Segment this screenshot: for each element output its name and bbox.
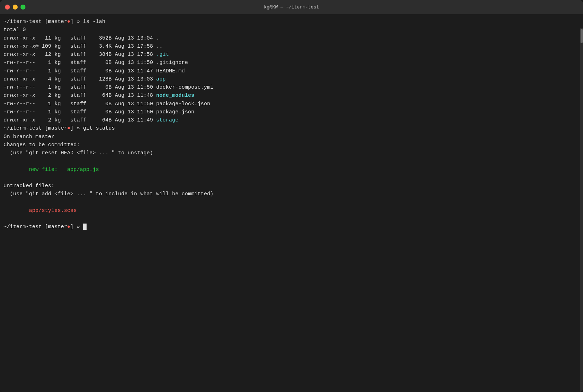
blank-line: [4, 174, 576, 182]
git-hint-unstage: (use "git reset HEAD <file> ... " to uns…: [4, 149, 576, 157]
blank-line: [4, 157, 576, 165]
list-item: -rw-r--r-- 1 kg staff 0B Aug 13 11:50 .g…: [4, 59, 576, 67]
cursor: [83, 224, 87, 230]
list-item: drwxr-xr-x 11 kg staff 352B Aug 13 13:04…: [4, 34, 576, 42]
prompt-line-3: ~/iterm-test [master●] »: [4, 223, 576, 231]
list-item: drwxr-xr-x 4 kg staff 128B Aug 13 13:03 …: [4, 75, 576, 83]
window-title: kg@KW — ~/iterm-test: [264, 5, 319, 10]
scrollbar-track[interactable]: [580, 28, 583, 392]
window-controls: [5, 5, 25, 10]
maximize-button[interactable]: [20, 5, 25, 10]
terminal-window: kg@KW — ~/iterm-test ~/iterm-test [maste…: [0, 0, 583, 392]
prompt-line-1: ~/iterm-test [master●] » ls -lah: [4, 18, 576, 26]
git-untracked-header: Untracked files:: [4, 182, 576, 190]
git-hint-include: (use "git add <file> ... " to include in…: [4, 190, 576, 198]
terminal-body[interactable]: ~/iterm-test [master●] » ls -lah total 0…: [0, 14, 583, 235]
titlebar: kg@KW — ~/iterm-test: [0, 0, 583, 14]
list-item: drwxr-xr-x 12 kg staff 384B Aug 13 17:58…: [4, 51, 576, 59]
list-item: -rw-r--r-- 1 kg staff 0B Aug 13 11:50 do…: [4, 83, 576, 91]
scrollbar-thumb[interactable]: [581, 29, 583, 43]
blank-line: [4, 215, 576, 223]
list-item: -rw-r--r-- 1 kg staff 0B Aug 13 11:47 RE…: [4, 67, 576, 75]
list-item: -rw-r--r-- 1 kg staff 0B Aug 13 11:50 pa…: [4, 108, 576, 116]
list-item: drwxr-xr-x 2 kg staff 64B Aug 13 11:49 s…: [4, 116, 576, 124]
git-untracked-file: app/styles.scss: [4, 207, 576, 215]
list-item: drwxr-xr-x@ 109 kg staff 3.4K Aug 13 17:…: [4, 42, 576, 51]
list-item: drwxr-xr-x 2 kg staff 64B Aug 13 11:48 n…: [4, 91, 576, 100]
close-button[interactable]: [5, 5, 10, 10]
list-item: -rw-r--r-- 1 kg staff 0B Aug 13 11:50 pa…: [4, 100, 576, 108]
git-new-file: new file: app/app.js: [4, 166, 576, 174]
prompt-line-2: ~/iterm-test [master●] » git status: [4, 124, 576, 132]
minimize-button[interactable]: [13, 5, 18, 10]
git-changes-header: Changes to be committed:: [4, 141, 576, 149]
git-branch: On branch master: [4, 133, 576, 141]
blank-line: [4, 198, 576, 207]
output-total: total 0: [4, 26, 576, 34]
